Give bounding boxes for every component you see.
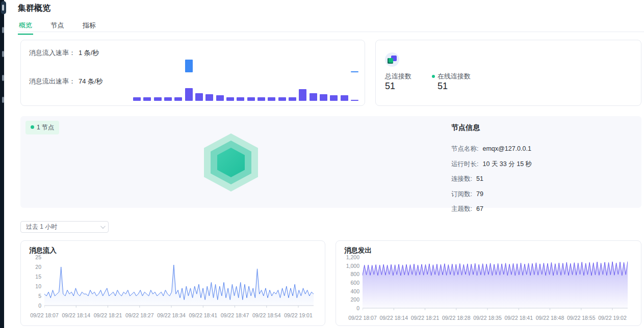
messages-in-rate-label: 消息流入速率： [29,49,75,57]
page-title: 集群概览 [18,3,50,14]
node-count-badge: 1 节点 [25,121,59,134]
sidebar-icon-5[interactable] [2,97,4,103]
cluster-overview-page: { "page": { "title": "集群概览" }, "sidebar"… [0,0,644,328]
time-range-value: 过去 1 小时 [26,223,57,231]
node-name-row: 节点名称:emqx@127.0.0.1 [451,145,532,153]
subscriptions-row: 订阅数:79 [451,190,532,199]
messages-out-rate-label: 消息流出速率： [29,77,75,85]
tab-metrics[interactable]: 指标 [82,18,97,34]
sidebar-icon-4[interactable] [2,75,4,81]
chevron-down-icon [100,224,106,229]
connections-value: 51 [476,175,483,182]
total-connections-value: 51 [385,81,395,92]
online-connections-label-text: 在线连接数 [437,72,471,80]
connections-card: 总连接数 51 在线连接数 51 [375,40,641,106]
messages-in-line-plot [44,257,314,311]
messages-in-chart: 2520151050 09/22 18:0709/22 18:1409/22 1… [25,257,314,319]
tab-bar: 概览 节点 指标 [18,18,644,32]
tab-nodes[interactable]: 节点 [49,18,65,34]
online-connections-value: 51 [437,81,448,92]
node-name-label: 节点名称: [451,145,478,152]
subscriptions-value: 79 [476,190,483,198]
node-name-value: emqx@127.0.0.1 [482,145,531,152]
messages-in-chart-card: 消息流入 2520151050 09/22 18:0709/22 18:1409… [20,240,325,326]
y-axis-labels: 2520151050 [25,254,44,309]
node-info: 节点信息 节点名称:emqx@127.0.0.1 运行时长:10 天 33 分 … [451,123,532,220]
app-sidebar [0,0,4,328]
messages-out-line-plot [363,257,628,313]
node-panel: 1 节点 节点信息 节点名称:emqx@127.0.0.1 运行时长:10 天 … [20,116,641,208]
node-status-dot [31,125,34,129]
topics-row: 主题数:67 [451,205,532,213]
messages-out-chart-card: 消息发出 1,2001,0008006004002000 09/22 18:07… [336,240,641,326]
connections-icon [385,52,399,67]
sidebar-icon-2[interactable] [2,27,4,33]
total-connections-label: 总连接数 [385,72,411,81]
sidebar-icon-3[interactable] [2,51,4,57]
messages-out-chart: 1,2001,0008006004002000 09/22 18:0709/22… [340,257,628,321]
messages-in-rate-value: 1 条/秒 [79,49,99,57]
subscriptions-label: 订阅数: [451,190,472,198]
time-range-select[interactable]: 过去 1 小时 [20,221,109,233]
messages-in-sparkline [133,47,358,72]
messages-out-rate: 消息流出速率：74 条/秒 [29,77,103,86]
x-axis-labels: 09/22 18:0709/22 18:1409/22 18:2109/22 1… [363,313,628,321]
y-axis-labels: 1,2001,0008006004002000 [340,254,363,311]
green-square-icon [388,58,393,64]
online-status-dot [432,75,435,78]
topics-value: 67 [476,205,483,212]
message-rate-card: 消息流入速率：1 条/秒 消息流出速率：74 条/秒 [20,40,365,106]
messages-in-rate: 消息流入速率：1 条/秒 [29,48,99,58]
x-axis-labels: 09/22 18:0709/22 18:1409/22 18:2109/22 1… [44,311,314,319]
uptime-row: 运行时长:10 天 33 分 15 秒 [451,160,532,169]
sidebar-icon-1-glyph [2,5,4,11]
connections-label: 连接数: [451,175,472,182]
messages-out-sparkline [133,88,358,101]
messages-out-rate-value: 74 条/秒 [79,77,103,85]
online-connections-label: 在线连接数 [432,72,471,81]
uptime-label: 运行时长: [451,160,478,168]
uptime-value: 10 天 33 分 15 秒 [482,160,532,168]
tab-overview[interactable]: 概览 [18,18,33,34]
topics-label: 主题数: [451,205,472,212]
node-count-label: 1 节点 [37,124,54,131]
connections-row: 连接数:51 [451,175,532,183]
node-info-title: 节点信息 [451,123,532,132]
